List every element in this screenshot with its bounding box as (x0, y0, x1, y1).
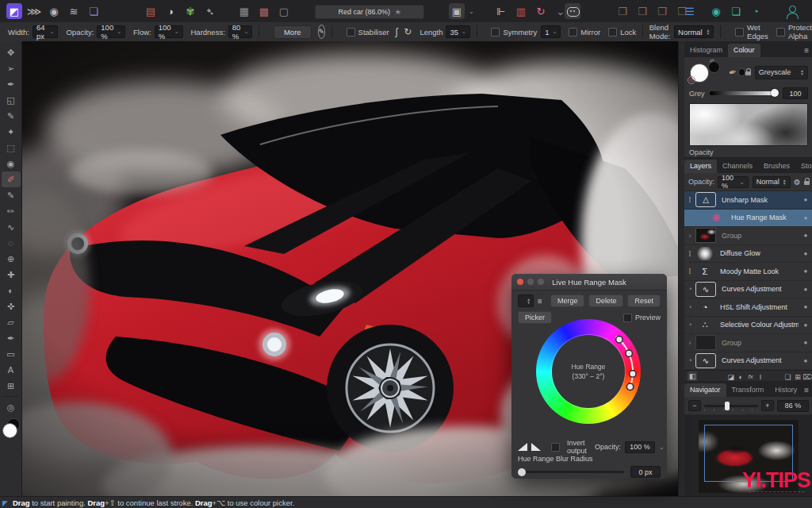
opacity-select[interactable]: 100 %⌄ (97, 25, 125, 38)
alignment-icon[interactable]: ☰ (682, 3, 698, 19)
no-colour-icon[interactable]: ⊘ (688, 76, 695, 84)
layer-visibility-toggle[interactable]: ● (799, 250, 812, 257)
selection-mode-icon[interactable]: ▦ (236, 3, 252, 19)
layers-tab-layers[interactable]: Layers (684, 160, 717, 173)
colour-well[interactable]: ⇄ ⊘ (688, 60, 729, 84)
symmetry-checkbox[interactable] (491, 28, 500, 37)
tool-colour-well[interactable] (2, 418, 21, 439)
selection-brush-tool-icon[interactable]: ✎ (2, 108, 21, 124)
colour-tab-histogram[interactable]: Histogram (684, 44, 728, 57)
mask-layer-icon[interactable]: ◪ (726, 373, 735, 381)
grey-slider[interactable] (710, 91, 778, 95)
zoom-value[interactable]: 86 % (777, 400, 809, 412)
geometry-subtract-icon[interactable]: ❏ (728, 3, 744, 19)
grey-value[interactable]: 100 (783, 87, 808, 99)
layer-row[interactable]: ◔∿Curves Adjustment● (684, 352, 812, 371)
layers-opacity-select[interactable]: 100 %⌄ (718, 176, 749, 188)
hardness-select[interactable]: 80 %⌄ (228, 25, 253, 38)
auto-white-balance-icon[interactable]: ➴ (202, 3, 218, 19)
auto-contrast-icon[interactable]: ◑ (163, 3, 178, 19)
colour-replacement-brush-tool-icon[interactable]: ✎ (2, 187, 21, 203)
colour-model-select[interactable]: Greyscale▲▼ (755, 66, 808, 79)
layer-gutter-icon[interactable]: › (684, 339, 695, 347)
merge-button[interactable]: Merge (550, 294, 585, 307)
adjustment-layer-icon[interactable]: ◐ (736, 373, 745, 381)
rope-stabiliser-icon[interactable]: ʃ (396, 26, 398, 37)
navigator-viewport-rect[interactable] (704, 425, 793, 482)
layers-tab-channels[interactable]: Channels (717, 160, 758, 173)
layer-visibility-toggle[interactable]: ● (799, 286, 812, 293)
diffuse-glow-icon[interactable] (695, 247, 714, 260)
layer-row[interactable]: IDiffuse Glow● (684, 245, 812, 264)
blemish-removal-tool-icon[interactable]: ✜ (2, 298, 21, 314)
blur-radius-slider[interactable] (518, 471, 624, 473)
group-car-thumbnail[interactable] (695, 228, 716, 243)
pixel-tool-icon[interactable]: ✏ (2, 203, 21, 219)
symmetry-count-select[interactable]: 1⌄ (541, 25, 561, 38)
blend-mode-select[interactable]: Normal▲▼ (674, 25, 714, 38)
selection-outline-icon[interactable]: ▢ (276, 3, 292, 19)
chevron-down-icon[interactable]: ⌄ (469, 8, 474, 15)
unsharp-mask-icon[interactable]: △ (695, 192, 716, 207)
background-colour-swatch[interactable] (708, 61, 720, 73)
navigator-tab-history[interactable]: History (769, 383, 802, 397)
panel-menu-icon[interactable]: ≡ (804, 46, 809, 57)
view-tool-icon[interactable]: ✥ (2, 44, 21, 60)
layer-visibility-toggle[interactable]: ● (799, 267, 812, 275)
ramp-down-icon[interactable] (531, 443, 541, 451)
preset-select[interactable]: ▲▼ (518, 294, 534, 307)
marquee-tool-icon[interactable]: ⬚ (2, 140, 21, 156)
live-filter-icon[interactable]: I (756, 373, 765, 381)
hue-range-mask-icon[interactable]: ❋ (707, 211, 726, 225)
curves-icon[interactable]: ∿ (695, 353, 716, 368)
layer-row[interactable]: I△Unsharp Mask● (684, 191, 812, 210)
dodge-burn-tool-icon[interactable]: ◐ (2, 283, 21, 298)
assistant-icon[interactable] (565, 3, 580, 19)
flood-select-tool-icon[interactable]: ✦ (2, 124, 21, 140)
auto-colour-icon[interactable]: ✾ (182, 3, 198, 19)
fx-icon[interactable]: fx (745, 373, 755, 380)
photo-persona-icon[interactable]: ◩ (6, 3, 22, 19)
paint-brush-tool-icon[interactable]: ✐ (2, 171, 21, 187)
layers-tab-brushes[interactable]: Brushes (758, 160, 795, 173)
navigator-thumbnail[interactable] (699, 420, 799, 493)
sigma-icon[interactable]: Σ (695, 264, 714, 278)
greyscale-picker-box[interactable] (689, 103, 808, 146)
chevron-down-icon[interactable]: ⌄ (659, 444, 665, 451)
panel-menu-icon[interactable]: ≡ (804, 386, 809, 397)
text-tool-icon[interactable]: A (2, 362, 21, 378)
layer-lock-icon[interactable] (804, 178, 808, 186)
window-stabiliser-icon[interactable]: ↻ (404, 26, 412, 37)
lock-icon[interactable] (745, 68, 751, 76)
blur-radius-value[interactable]: 0 px (630, 466, 661, 478)
clone-stamp-tool-icon[interactable]: ⊕ (2, 251, 21, 267)
colour-profile-dropdown[interactable]: ▣ (449, 3, 465, 19)
move-backward-icon[interactable]: ❒ (654, 3, 670, 19)
document-title[interactable]: Red car (86.0%) ✭ (315, 5, 424, 19)
layer-visibility-toggle[interactable]: ● (799, 214, 812, 221)
preset-menu-icon[interactable]: ≡ (538, 297, 542, 306)
gear-icon[interactable]: ⚙ (794, 178, 801, 187)
flow-select[interactable]: 100 %⌄ (155, 25, 183, 38)
wet-edges-checkbox[interactable] (735, 28, 744, 37)
smudge-tool-icon[interactable]: ∿ (2, 219, 21, 235)
hue-wheel[interactable]: Hue Range (330° – 2°) (536, 319, 641, 424)
ramp-up-icon[interactable] (518, 443, 527, 451)
move-to-front-icon[interactable]: ❒ (615, 3, 630, 19)
navigator-preview[interactable] (684, 415, 812, 498)
invert-output-checkbox[interactable] (551, 443, 560, 452)
tone-mapping-persona-icon[interactable]: ≋ (66, 3, 82, 19)
layer-visibility-toggle[interactable]: ● (799, 196, 812, 203)
layer-gutter-icon[interactable]: › (684, 232, 695, 240)
mirror-checkbox[interactable] (569, 28, 577, 37)
liquify-persona-icon[interactable]: ⋙ (26, 3, 42, 19)
layer-row[interactable]: ◔∴Selective Colour Adjustment● (684, 317, 812, 335)
move-tool-icon[interactable]: ➢ (2, 60, 21, 76)
brush-settings-icon[interactable]: ✎ (318, 25, 326, 39)
mesh-warp-tool-icon[interactable]: ⊞ (2, 378, 21, 394)
navigator-tab-transform[interactable]: Transform (726, 383, 770, 397)
rotation-snapping-icon[interactable]: ↻ (533, 3, 549, 19)
export-persona-icon[interactable]: ❏ (86, 3, 102, 19)
group-dark-thumbnail[interactable] (695, 335, 716, 350)
healing-brush-tool-icon[interactable]: ✚ (2, 267, 21, 283)
